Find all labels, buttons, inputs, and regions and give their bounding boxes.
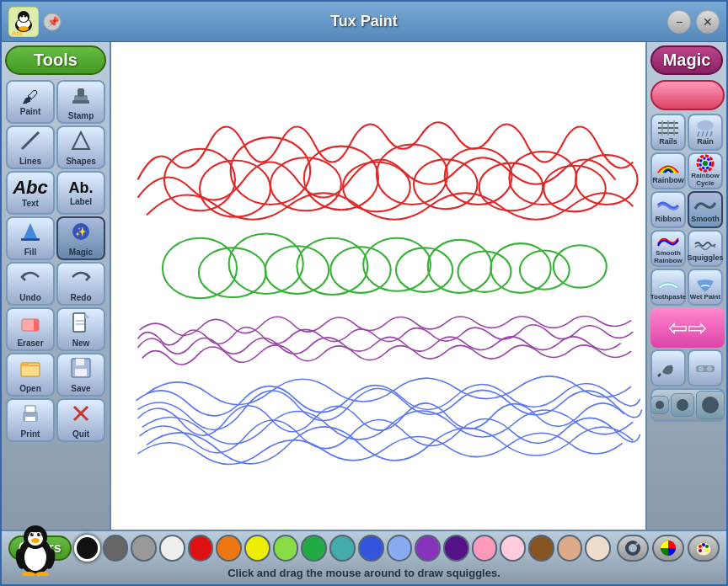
tool-new[interactable]: New [56,307,105,351]
tool-fill[interactable]: Fill [6,216,55,260]
rainbow-label: Rainbow [652,176,684,184]
color-wheel-icon [659,539,677,557]
smooth-rainbow-icon [656,232,681,250]
magic-row-toothpaste-wetpaint: Toothpaste Wet Paint [650,269,723,306]
size-large-button[interactable] [696,391,725,419]
svg-rect-27 [76,359,84,365]
svg-point-80 [677,399,688,411]
paint-icon: 🖌 [22,88,39,105]
magic-btn-wet-paint[interactable]: Wet Paint [688,269,723,306]
tool-quit[interactable]: Quit [56,398,105,442]
tool-label[interactable]: Ab. Label [56,171,105,215]
rails-icon [656,119,681,137]
color-swatch-lightblue[interactable] [387,535,413,562]
color-swatch-gray[interactable] [131,535,157,562]
color-swatch-black[interactable] [74,535,100,562]
color-swatch-orange[interactable] [216,535,242,562]
magic-btn-rails[interactable]: Rails [650,114,686,151]
magic-btn-rainbow-cycle[interactable]: Rainbow Cycle [688,152,723,189]
color-mix-button[interactable] [652,535,684,562]
stamp-label: Stamp [68,111,94,120]
svg-rect-12 [78,88,84,97]
magic-row-rainbow: Rainbow Rainbow Cycle [650,152,723,189]
magic-btn-smooth-rainbow[interactable]: Smooth Rainbow [650,230,686,267]
color-swatch-pink[interactable] [472,535,498,562]
svg-line-70 [706,131,708,136]
tool-row-5: Undo Redo [5,262,106,306]
left-arrow-icon: ⇦ [668,314,688,342]
magic-header: Magic [650,45,723,75]
status-message: Click and drag the mouse around to draw … [228,567,500,579]
drawing-canvas[interactable] [111,42,645,530]
size-medium-button[interactable] [671,393,694,417]
tool-shapes[interactable]: Shapes [56,125,105,169]
squiggles-label: Squiggles [688,253,724,262]
color-swatch-lighttanA[interactable] [585,535,611,562]
color-swatch-purple[interactable] [415,535,441,562]
tool-undo[interactable]: Undo [6,262,55,306]
magic-arrows-button[interactable]: ⇦ ⇨ [650,307,725,348]
status-bar: Click and drag the mouse around to draw … [8,565,720,581]
magic-btn-tool1[interactable] [650,349,686,386]
tool-open[interactable]: Open [6,353,55,397]
toothpaste-icon [656,274,681,293]
color-swatch-lightgreen[interactable] [273,535,299,562]
magic-label: Magic [69,248,93,257]
magic-btn-ribbon[interactable]: Ribbon [650,191,686,228]
window-title: Tux Paint [330,13,398,30]
tool-lines[interactable]: Lines [6,125,55,169]
color-swatch-teal[interactable] [329,535,356,562]
svg-rect-20 [34,319,39,331]
color-palette-button[interactable] [688,535,720,562]
color-swatch-red[interactable] [188,535,214,562]
magic-btn-tool2[interactable] [688,349,723,386]
color-swatch-darkgray[interactable] [103,535,129,562]
app-icon: Abc [8,7,39,37]
minimize-button[interactable]: − [667,10,691,34]
tool-magic[interactable]: ✨ Magic [56,216,105,260]
color-swatch-blue[interactable] [358,535,384,562]
color-swatch-lightpink[interactable] [500,535,526,562]
color-picker-button[interactable] [617,535,649,562]
tool-print[interactable]: Print [6,398,55,442]
right-toolbar: Magic Rails [645,42,726,530]
rails-label: Rails [659,137,677,146]
colors-row: Colors [8,535,720,562]
magic-btn-smooth[interactable]: Smooth [688,191,723,228]
open-label: Open [19,384,41,393]
tool-stamp[interactable]: Stamp [56,80,105,124]
shapes-label: Shapes [66,157,96,166]
quit-icon [69,402,93,428]
color-swatch-green[interactable] [301,535,327,562]
new-icon [69,311,93,337]
tool-save[interactable]: Save [56,353,105,397]
close-button[interactable]: ✕ [696,10,720,34]
redo-label: Redo [71,293,92,302]
tool-paint[interactable]: 🖌 Paint [6,80,55,124]
color-swatch-tan[interactable] [557,535,583,562]
eraser-label: Eraser [17,338,43,348]
tool-text[interactable]: Abc Text [6,171,55,215]
quit-label: Quit [72,429,89,439]
color-swatch-yellow[interactable] [244,535,270,562]
rain-label: Rain [697,137,714,146]
color-swatch-brown[interactable] [528,535,554,562]
new-label: New [72,338,90,348]
magic-btn-toothpaste[interactable]: Toothpaste [650,269,686,306]
tool-eraser[interactable]: Eraser [6,307,55,351]
canvas-svg [111,42,645,530]
tool-redo[interactable]: Redo [56,262,105,306]
magic-btn-rain[interactable]: Rain [688,114,723,151]
magic-btn-rainbow[interactable]: Rainbow [650,152,686,189]
magic-btn-squiggles[interactable]: Squiggles [688,230,723,267]
magic-pink-button[interactable] [650,80,725,110]
tools-header: Tools [5,45,106,75]
print-label: Print [21,429,40,439]
label-label: Label [70,197,92,206]
size-small-button[interactable] [650,396,669,414]
redo-icon [69,265,93,291]
tool2-icon [693,359,718,377]
color-swatch-darkpurple[interactable] [443,535,469,562]
color-swatch-white[interactable] [159,535,185,562]
magic-row-tools [650,349,723,386]
